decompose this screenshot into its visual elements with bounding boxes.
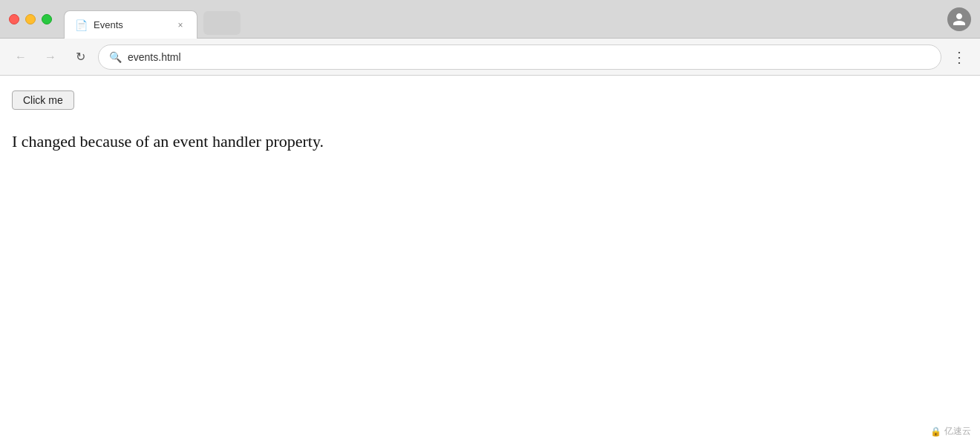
title-bar: 📄 Events × [0, 0, 980, 39]
tab-icon: 📄 [75, 19, 88, 31]
more-icon: ⋮ [952, 48, 967, 66]
traffic-lights [9, 14, 52, 24]
forward-button[interactable]: → [39, 45, 62, 69]
browser-window: 📄 Events × ← → ↻ 🔍 ⋮ Click me I [0, 0, 980, 445]
maximize-button[interactable] [42, 14, 52, 24]
back-button[interactable]: ← [9, 45, 33, 69]
back-icon: ← [15, 50, 27, 64]
reload-button[interactable]: ↻ [68, 45, 92, 69]
watermark: 🔒 亿速云 [930, 425, 971, 438]
page-content: Click me I changed because of an event h… [0, 76, 980, 445]
watermark-text: 亿速云 [944, 425, 971, 438]
reload-icon: ↻ [76, 50, 85, 64]
tab-title: Events [94, 19, 169, 30]
search-icon: 🔍 [109, 51, 122, 63]
active-tab[interactable]: 📄 Events × [64, 10, 197, 39]
tab-bar: 📄 Events × [64, 0, 941, 38]
more-button[interactable]: ⋮ [947, 45, 971, 69]
close-button[interactable] [9, 14, 19, 24]
url-input[interactable] [128, 51, 930, 63]
toolbar: ← → ↻ 🔍 ⋮ [0, 39, 980, 76]
watermark-icon: 🔒 [930, 426, 941, 437]
new-tab-area[interactable] [203, 11, 241, 35]
tab-close-button[interactable]: × [174, 19, 186, 31]
profile-icon[interactable] [947, 7, 971, 31]
forward-icon: → [45, 50, 56, 64]
address-bar[interactable]: 🔍 [98, 44, 941, 70]
page-paragraph: I changed because of an event handler pr… [12, 132, 968, 151]
minimize-button[interactable] [25, 14, 36, 24]
click-me-button[interactable]: Click me [12, 90, 74, 110]
